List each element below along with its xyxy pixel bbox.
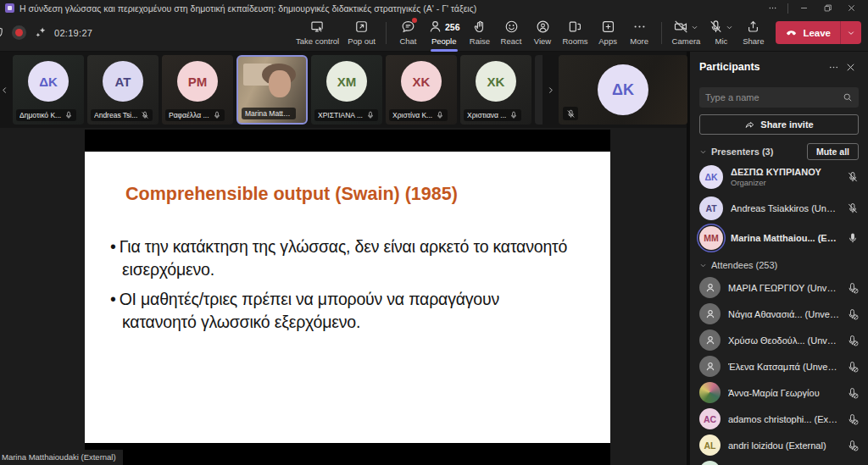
raise-hand-button[interactable]: Raise bbox=[465, 16, 496, 50]
filmstrip-scroll-right-button[interactable] bbox=[546, 55, 555, 125]
view-button[interactable]: View bbox=[527, 16, 559, 50]
leave-options-chevron[interactable] bbox=[841, 21, 861, 44]
participant-row[interactable]: ΜΑΡΙΑ ΓΕΩΡΓΙΟΥ (Unverified) bbox=[699, 274, 859, 301]
search-icon bbox=[843, 92, 853, 102]
participant-search[interactable] bbox=[699, 87, 859, 108]
avatar bbox=[699, 356, 721, 377]
video-tile[interactable]: PM Ραφαέλλα ... bbox=[162, 55, 233, 125]
mic-blocked-icon[interactable] bbox=[847, 387, 859, 399]
mic-blocked-icon[interactable] bbox=[847, 413, 859, 425]
participant-name: Έλενα Κατσαμπά (Unverified) bbox=[728, 362, 839, 372]
search-input[interactable] bbox=[705, 92, 843, 102]
leave-button[interactable]: Leave bbox=[776, 21, 861, 44]
video-tile[interactable]: ΔΚ Δημοτικό Κ... bbox=[13, 55, 84, 125]
rooms-icon bbox=[568, 19, 582, 34]
participant-row[interactable]: Άννα-Μαρία Γεωργίου bbox=[699, 379, 859, 406]
mic-button[interactable]: Mic bbox=[704, 16, 737, 50]
mic-muted-badge bbox=[563, 107, 578, 120]
chevron-down-icon bbox=[691, 24, 698, 31]
more-icon bbox=[768, 3, 777, 13]
pop-out-button[interactable]: Pop out bbox=[343, 16, 380, 50]
video-tile-speaking[interactable]: Marina Matthai... bbox=[236, 55, 308, 125]
chat-button[interactable]: Chat bbox=[392, 16, 424, 50]
participant-name: Άννα-Μαρία Γεωργίου bbox=[728, 388, 839, 398]
people-button[interactable]: 256 People bbox=[424, 16, 465, 50]
participant-row[interactable]: AP ANDRI PHILIPPOU (External) bbox=[699, 458, 859, 465]
chevron-down-icon[interactable] bbox=[699, 148, 707, 156]
chevron-down-icon[interactable] bbox=[699, 262, 707, 269]
avatar-photo bbox=[699, 382, 721, 403]
video-tile[interactable]: XK Χριστιανα ... bbox=[460, 55, 531, 125]
rooms-button[interactable]: Rooms bbox=[559, 16, 593, 50]
avatar: XM bbox=[326, 61, 367, 102]
mic-blocked-icon[interactable] bbox=[847, 282, 859, 294]
avatar: ΔΚ bbox=[28, 61, 69, 102]
mic-blocked-icon[interactable] bbox=[847, 440, 859, 451]
camera-options-chevron[interactable] bbox=[691, 19, 698, 35]
participant-name: Andreas Tsiakkiros (Unverified) bbox=[731, 203, 839, 213]
avatar: AL bbox=[699, 435, 721, 456]
attendees-section-header[interactable]: Attendees (253) bbox=[711, 260, 859, 270]
more-button[interactable]: More bbox=[624, 16, 655, 50]
participants-close-button[interactable] bbox=[842, 58, 859, 75]
mic-on-icon[interactable] bbox=[847, 232, 859, 244]
take-control-button[interactable]: Take control bbox=[292, 16, 343, 50]
avatar: PM bbox=[177, 61, 218, 102]
participants-more-button[interactable] bbox=[825, 58, 842, 75]
chat-notification-dot bbox=[412, 18, 417, 23]
filmstrip-scroll-left-button[interactable] bbox=[0, 55, 9, 125]
restore-button[interactable] bbox=[815, 0, 839, 16]
participant-row[interactable]: MM Marina Matthaiou... (External) bbox=[699, 223, 859, 252]
participant-row[interactable]: AL andri loizidou (External) bbox=[699, 432, 859, 458]
mic-muted-icon[interactable] bbox=[847, 171, 859, 183]
participant-row[interactable]: ΔΚ ΔΕΣΠΩ ΚΥΠΡΙΑΝΟΥ Organizer bbox=[699, 161, 859, 193]
video-tile[interactable]: XM ΧΡΙΣΤΙΑΝΑ ... bbox=[311, 55, 382, 125]
presenters-section-header[interactable]: Presenters (3) bbox=[711, 147, 803, 157]
mic-blocked-icon[interactable] bbox=[847, 335, 859, 346]
video-filmstrip: ΔΚ Δημοτικό Κ... AT Andreas Tsi... PM Ρα… bbox=[0, 52, 687, 128]
person-icon bbox=[704, 308, 716, 320]
participant-row[interactable]: AC adamos christophi... (External) bbox=[699, 406, 859, 432]
mic-blocked-icon[interactable] bbox=[847, 308, 859, 320]
participant-row[interactable]: AT Andreas Tsiakkiros (Unverified) bbox=[699, 193, 859, 223]
video-tile[interactable]: XK Χριστίνα Κ... bbox=[386, 55, 457, 125]
person-icon bbox=[704, 282, 716, 294]
mute-all-button[interactable]: Mute all bbox=[807, 143, 859, 160]
share-icon bbox=[746, 19, 760, 34]
camera-button[interactable]: Camera bbox=[668, 16, 705, 50]
video-tile[interactable]: AT Andreas Tsi... bbox=[87, 55, 159, 125]
mic-muted-icon[interactable] bbox=[847, 202, 859, 214]
app-icon bbox=[5, 3, 14, 13]
minimize-button[interactable] bbox=[792, 0, 815, 16]
apps-icon bbox=[601, 19, 615, 34]
participant-row[interactable]: Νάγια Αθανασιά... (Unverified) bbox=[699, 301, 859, 327]
participant-row[interactable]: Έλενα Κατσαμπά (Unverified) bbox=[699, 353, 859, 379]
video-tile-large[interactable]: ΔΚ bbox=[559, 55, 687, 125]
mic-blocked-icon[interactable] bbox=[847, 361, 859, 373]
camera-off-icon bbox=[674, 19, 688, 34]
tile-name: Marina Matthai... bbox=[245, 109, 292, 118]
close-window-button[interactable] bbox=[839, 0, 863, 16]
participant-row[interactable]: Χρύσω Θεοδούλ... (Unverified) bbox=[699, 327, 859, 353]
share-invite-button[interactable]: Share invite bbox=[699, 114, 859, 135]
slide-bullet: ΟΙ μαθητές/τριες πρέπει να μπορούν να πα… bbox=[108, 288, 576, 334]
toolbar-divider bbox=[386, 22, 387, 44]
mic-options-chevron[interactable] bbox=[726, 19, 733, 35]
close-icon bbox=[847, 3, 856, 13]
react-icon bbox=[504, 19, 519, 34]
meeting-toolbar: 02:19:27 Take control Pop out Chat 256 P… bbox=[0, 16, 868, 52]
tile-name: Δημοτικό Κ... bbox=[19, 111, 61, 119]
mic-muted-icon bbox=[141, 111, 149, 119]
teams-meeting-window: Η σύνδεση γλώσσας και περιεχομένου στη δ… bbox=[0, 0, 868, 465]
react-button[interactable]: React bbox=[496, 16, 527, 50]
shield-icon bbox=[0, 26, 4, 39]
participants-panel-title: Participants bbox=[699, 61, 825, 73]
title-bar: Η σύνδεση γλώσσας και περιεχομένου στη δ… bbox=[0, 0, 868, 16]
titlebar-more-button[interactable] bbox=[760, 0, 784, 16]
presenter-name-label: Marina Matthaioudaki (External) bbox=[0, 450, 123, 465]
more-icon bbox=[828, 62, 839, 73]
meeting-title: Η σύνδεση γλώσσας και περιεχομένου στη δ… bbox=[19, 3, 476, 14]
apps-button[interactable]: Apps bbox=[593, 16, 624, 50]
slide-bullet: Για την κατάκτηση της γλώσσας, δεν είναι… bbox=[108, 235, 576, 281]
share-button[interactable]: Share bbox=[737, 16, 769, 50]
